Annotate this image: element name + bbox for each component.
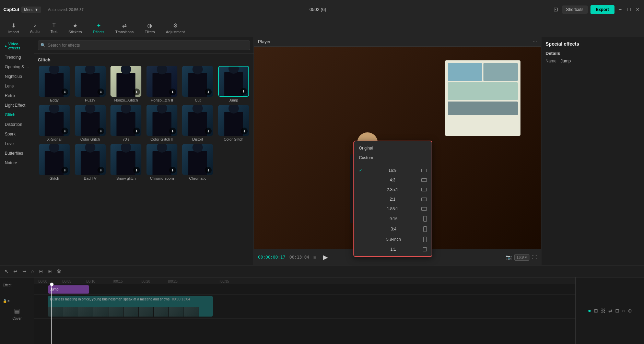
original-label: Original (359, 146, 373, 151)
window-icon[interactable]: ⊡ (552, 5, 559, 14)
effect-chromatic[interactable]: ⬇ Chromatic (181, 144, 214, 180)
ratio-icon-2-1 (421, 198, 427, 201)
transitions-icon: ⇄ (122, 22, 127, 29)
check-16-9: ✓ (359, 168, 364, 173)
effect-label-chromo-zoom: Chromo-zoom (150, 176, 174, 180)
frame-1 (48, 307, 63, 317)
timeline-ctrl-5[interactable]: ○ (622, 308, 625, 313)
toolbar-effects[interactable]: ✦Effects (88, 20, 109, 36)
search-bar: 🔍 (34, 37, 254, 54)
effect-clip[interactable]: Jump (48, 285, 89, 294)
effect-color-glitch[interactable]: ⬇ Color Glitch (74, 105, 107, 141)
export-button[interactable]: Export (590, 5, 614, 14)
undo-button[interactable]: ↩ (12, 268, 19, 275)
dropdown-2-35-1[interactable]: 2.35:1 (354, 185, 432, 194)
fullscreen-icon[interactable]: ⛶ (532, 254, 537, 260)
effect-color-glitch-3[interactable]: ⬇ Color Glitch (217, 105, 250, 141)
ruler-mark-15: |00:15 (113, 280, 123, 283)
align-button[interactable]: ⊞ (47, 268, 53, 275)
effect-chromo-zoom[interactable]: ⬇ Chromo-zoom (145, 144, 179, 180)
video-effects-header: ▸Video effects (1, 40, 33, 52)
toolbar-transitions[interactable]: ⇄Transitions (110, 20, 138, 36)
effect-snow-glitch[interactable]: ⬇ Snow glitch (109, 144, 143, 180)
video-clip[interactable]: Business meeting in office, young busine… (48, 296, 213, 317)
search-wrapper: 🔍 (38, 40, 250, 50)
dropdown-2-1[interactable]: 2:1 (354, 194, 432, 204)
dropdown-1-1[interactable]: 1:1 (354, 245, 432, 254)
maximize-button[interactable]: □ (626, 5, 632, 14)
list-view-icon[interactable]: ⊞ (313, 255, 316, 260)
sidebar-item-nature[interactable]: Nature (1, 158, 33, 167)
toolbar-audio[interactable]: ♪Audio (25, 20, 44, 36)
timeline-ctrl-3[interactable]: ⇄ (608, 308, 612, 313)
effect-glitch[interactable]: ⬇ Glitch (38, 144, 71, 180)
dropdown-custom[interactable]: Custom (354, 153, 432, 163)
timeline-content[interactable]: |00:00 |00:05 |00:10 |00:15 |00:20 |00:2… (34, 277, 575, 344)
effect-bad-tv[interactable]: ⬇ Bad TV (74, 144, 107, 180)
timeline-ctrl-4[interactable]: ⊟ (615, 308, 619, 313)
split-button[interactable]: ⌂ (30, 268, 35, 275)
ratio-icon-5-8-inch (423, 237, 427, 242)
sidebar-item-opening[interactable]: Opening & ... (1, 62, 33, 71)
toolbar-adjustment[interactable]: ⚙Adjustment (161, 20, 189, 36)
timeline-ctrl-1[interactable]: ⊞ (594, 308, 598, 313)
effect-horiz-glitch-2[interactable]: ⬇ Horizo...tch II (145, 66, 179, 102)
redo-button[interactable]: ↪ (21, 268, 27, 275)
toolbar-import[interactable]: ⬇Import (3, 20, 24, 36)
dropdown-9-16[interactable]: 9:16 (354, 214, 432, 224)
menu-button[interactable]: Menu ▼ (21, 7, 41, 13)
player-title: Player (258, 39, 271, 44)
search-input[interactable] (38, 40, 250, 50)
effect-edgy[interactable]: ⬇ Edgy (38, 66, 71, 102)
effect-jump[interactable]: ⬇ Jump (217, 66, 250, 102)
dropdown-16-9[interactable]: ✓ 16:9 (354, 166, 432, 175)
dropdown-original[interactable]: Original (354, 143, 432, 153)
sidebar-item-light-effect[interactable]: Light Effect (1, 101, 33, 110)
player-menu-icon[interactable]: ⋯ (533, 39, 537, 44)
timeline-body: Effect 🔒👁 ▤ Cover |00:00 |00:05 |00:10 |… (0, 277, 644, 344)
logo: CapCut (3, 7, 19, 12)
filters-icon: ◑ (147, 22, 152, 29)
effect-fuzzy[interactable]: ⬇ Fuzzy (74, 66, 107, 102)
split-v-button[interactable]: ⊟ (38, 268, 44, 275)
frame-7 (139, 307, 154, 317)
toolbar-filters[interactable]: ◑Filters (140, 20, 160, 36)
toolbar-stickers[interactable]: ★Stickers (64, 20, 87, 36)
toolbar-text[interactable]: TText (46, 20, 62, 36)
sidebar-item-love[interactable]: Love (1, 139, 33, 148)
frame-9 (169, 307, 184, 317)
effect-distort[interactable]: ⬇ Distort (181, 105, 214, 141)
sidebar-item-nightclub[interactable]: Nightclub (1, 72, 33, 81)
close-button[interactable]: × (635, 5, 641, 14)
dropdown-3-4[interactable]: 3:4 (354, 224, 432, 234)
effect-70s[interactable]: ⬇ 70's (109, 105, 143, 141)
sidebar-item-lens[interactable]: Lens (1, 82, 33, 91)
timeline-playhead[interactable] (51, 284, 52, 344)
download-icon: ⬇ (169, 88, 176, 95)
dropdown-divider (354, 164, 432, 164)
dropdown-1-85-1[interactable]: 1.85:1 (354, 204, 432, 214)
sidebar-item-distortion[interactable]: Distortion (1, 120, 33, 129)
effect-horiz-glitch[interactable]: ⬇ Horizo...Glitch (109, 66, 143, 102)
aspect-ratio-dropdown: Original Custom ✓ 16:9 4:3 2.35:1 2:1 1.… (353, 141, 432, 257)
sidebar-item-glitch[interactable]: Glitch (1, 110, 33, 119)
sidebar-item-trending[interactable]: Trending (1, 53, 33, 62)
sidebar-item-butterflies[interactable]: Butterflies (1, 149, 33, 158)
dropdown-5-8-inch[interactable]: 5.8-inch (354, 234, 432, 245)
cover-track-label: ▤ Cover (0, 307, 34, 322)
minimize-button[interactable]: − (617, 5, 623, 14)
delete-button[interactable]: 🗑 (56, 268, 62, 275)
aspect-ratio-button[interactable]: 16:9 ▾ (514, 254, 529, 261)
sidebar-item-spark[interactable]: Spark (1, 130, 33, 139)
effect-color-glitch-2[interactable]: ⬇ Color Glitch II (145, 105, 179, 141)
effect-cut[interactable]: ⬇ Cut (181, 66, 214, 102)
cursor-tool[interactable]: ↖ (3, 268, 10, 275)
timeline-ctrl-6[interactable]: ⊕ (628, 308, 632, 313)
timeline-ctrl-2[interactable]: ⛓ (601, 308, 606, 313)
shortcuts-button[interactable]: Shortcuts (562, 5, 588, 14)
effect-x-signal[interactable]: ⬇ X-Signal (38, 105, 71, 141)
sidebar-item-retro[interactable]: Retro (1, 91, 33, 100)
play-button[interactable]: ▶ (320, 252, 331, 262)
camera-icon[interactable]: 📷 (506, 254, 512, 260)
dropdown-4-3[interactable]: 4:3 (354, 175, 432, 185)
